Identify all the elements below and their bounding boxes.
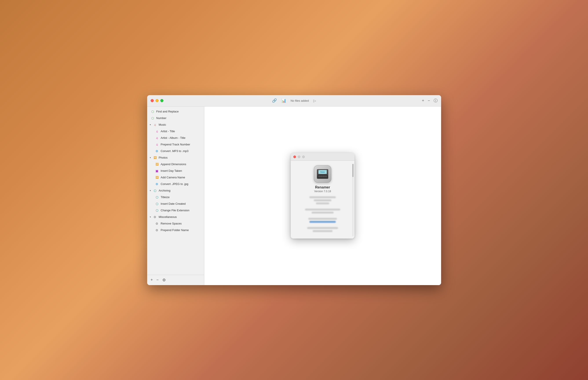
sidebar-remove-button[interactable]: − bbox=[156, 278, 159, 282]
sidebar-item-artist-album-title[interactable]: ♫ Artist - Album - Title bbox=[147, 135, 204, 141]
sidebar-item-insert-day-taken[interactable]: ▣ Insert Day Taken bbox=[147, 168, 204, 174]
key-3 bbox=[321, 175, 322, 177]
add-button[interactable]: + bbox=[422, 98, 424, 103]
sidebar-label-number: Number bbox=[156, 116, 166, 120]
about-close-button[interactable] bbox=[293, 155, 296, 158]
collapse-arrow-music: ▾ bbox=[150, 123, 151, 126]
blurred-line-8 bbox=[313, 230, 332, 232]
minimize-button[interactable] bbox=[156, 99, 159, 102]
about-app-name: Renamer bbox=[295, 185, 350, 189]
app-icon: Rename bbox=[314, 165, 331, 183]
titlebar: 🔗 📊 No files added ▷ + − ⓘ bbox=[147, 95, 441, 107]
sidebar-label-artist-title: Artist - Title bbox=[161, 130, 175, 133]
sidebar-item-convert-mp3[interactable]: ⚙ Convert .MP3 to .mp3 bbox=[147, 148, 204, 154]
collapse-arrow-archiving: ▾ bbox=[150, 189, 151, 192]
about-app-version: Version 7.0.18 bbox=[295, 190, 350, 193]
sidebar-item-remove-spaces[interactable]: ⚙ Remove Spaces bbox=[147, 220, 204, 227]
sidebar-label-convert-jpeg: Convert .JPEG to .jpg bbox=[161, 182, 188, 186]
sidebar-toolbar: + − ⚙ bbox=[147, 275, 204, 285]
about-content: Rename bbox=[291, 161, 354, 239]
key-6 bbox=[324, 175, 326, 177]
sidebar-label-convert-mp3: Convert .MP3 to .mp3 bbox=[161, 149, 188, 153]
titlebar-center: 🔗 📊 No files added ▷ bbox=[204, 98, 384, 103]
main-window: 🔗 📊 No files added ▷ + − ⓘ ⬡ Find and Re… bbox=[147, 95, 441, 285]
photo-icon: 🖼 bbox=[153, 156, 157, 160]
sidebar-add-button[interactable]: + bbox=[151, 278, 153, 282]
titlebar-right: + − ⓘ bbox=[384, 98, 441, 103]
sidebar-item-artist-title[interactable]: ♫ Artist - Title bbox=[147, 128, 204, 135]
photo-orange-icon-2: 🖼 bbox=[155, 175, 159, 179]
photo-orange-icon: 🖼 bbox=[155, 162, 159, 166]
info-button[interactable]: ⓘ bbox=[434, 98, 438, 103]
blurred-line-1 bbox=[309, 196, 336, 198]
key-5 bbox=[323, 175, 324, 177]
scrollbar-thumb[interactable] bbox=[352, 164, 354, 177]
music-icon: ♫ bbox=[153, 123, 157, 127]
cube-teal-icon-3: ⬡ bbox=[155, 202, 159, 206]
gear-blue-icon-2: ⚙ bbox=[155, 182, 159, 186]
blurred-line-3 bbox=[316, 203, 329, 204]
sidebar-item-find-replace[interactable]: ⬡ Find and Replace bbox=[147, 108, 204, 115]
scrollbar-track bbox=[352, 164, 354, 236]
sidebar-category-archiving[interactable]: ▾ ⬡ Archiving bbox=[147, 187, 204, 194]
sidebar-label-music: Music bbox=[159, 123, 166, 126]
sidebar-category-miscellaneous[interactable]: ▾ ⚙ Miscellaneous bbox=[147, 214, 204, 220]
sidebar-item-add-camera-name[interactable]: 🖼 Add Camera Name bbox=[147, 174, 204, 181]
link-icon: 🔗 bbox=[272, 98, 277, 103]
sidebar-item-insert-date-created[interactable]: ⬡ Insert Date Created bbox=[147, 201, 204, 207]
remove-button[interactable]: − bbox=[428, 98, 430, 103]
about-dialog: Rename bbox=[291, 153, 354, 239]
key-7 bbox=[326, 175, 327, 177]
about-maximize-button[interactable] bbox=[302, 155, 305, 158]
sidebar-label-archiving: Archiving bbox=[159, 189, 170, 192]
traffic-lights bbox=[147, 99, 204, 102]
main-area: Rename bbox=[204, 107, 441, 285]
photo-purple-icon: ▣ bbox=[155, 169, 159, 173]
sidebar-category-photos[interactable]: ▾ 🖼 Photos bbox=[147, 154, 204, 161]
about-scrollbar[interactable] bbox=[352, 164, 354, 236]
gear-gray-icon-3: ⚙ bbox=[155, 228, 159, 232]
music-pink-icon-2: ♫ bbox=[155, 136, 159, 140]
sidebar-label-artist-album-title: Artist - Album - Title bbox=[161, 136, 186, 139]
typewriter-screen: Rename bbox=[318, 170, 327, 174]
sidebar-label-insert-day-taken: Insert Day Taken bbox=[161, 169, 182, 172]
sidebar-item-number[interactable]: ⬡ Number bbox=[147, 115, 204, 121]
cube-green-icon-2: ⬡ bbox=[151, 116, 155, 120]
sidebar-label-change-file-extension: Change File Extension bbox=[161, 209, 190, 212]
collapse-arrow-photos: ▾ bbox=[150, 156, 151, 159]
sidebar-item-prepend-track[interactable]: ♫ Prepend Track Number bbox=[147, 141, 204, 148]
about-titlebar bbox=[291, 153, 354, 161]
play-button[interactable]: ▷ bbox=[313, 99, 316, 103]
sidebar-items: ⬡ Find and Replace ⬡ Number ▾ ♫ Music ♫ bbox=[147, 107, 204, 275]
key-1 bbox=[318, 175, 320, 177]
sidebar-item-append-dimensions[interactable]: 🖼 Append Dimensions bbox=[147, 161, 204, 168]
typewriter-screen-text: Rename bbox=[320, 171, 324, 173]
sidebar-label-add-camera-name: Add Camera Name bbox=[161, 176, 185, 179]
stats-icon: 📊 bbox=[281, 98, 286, 103]
key-2 bbox=[320, 175, 321, 177]
sidebar-settings-button[interactable]: ⚙ bbox=[162, 278, 166, 283]
typewriter-body: Rename bbox=[317, 169, 328, 179]
maximize-button[interactable] bbox=[160, 99, 163, 102]
gear-gray-icon-2: ⚙ bbox=[155, 222, 159, 226]
key-4 bbox=[322, 175, 323, 177]
sidebar-category-music[interactable]: ▾ ♫ Music bbox=[147, 121, 204, 128]
sidebar-item-convert-jpeg[interactable]: ⚙ Convert .JPEG to .jpg bbox=[147, 181, 204, 187]
status-text: No files added bbox=[290, 99, 309, 102]
about-minimize-button[interactable] bbox=[298, 155, 300, 158]
close-button[interactable] bbox=[151, 99, 154, 102]
blurred-link[interactable] bbox=[309, 221, 336, 223]
gear-blue-icon: ⚙ bbox=[155, 149, 159, 153]
sidebar-label-insert-date-created: Insert Date Created bbox=[161, 202, 186, 205]
sidebar-label-find-replace: Find and Replace bbox=[156, 110, 179, 113]
music-pink-icon: ♫ bbox=[155, 129, 159, 133]
main-content: ⬡ Find and Replace ⬡ Number ▾ ♫ Music ♫ bbox=[147, 107, 441, 285]
blurred-line-5 bbox=[312, 212, 334, 213]
cube-green-icon: ⬡ bbox=[151, 110, 155, 114]
sidebar-item-prepend-folder-name[interactable]: ⚙ Prepend Folder Name bbox=[147, 227, 204, 233]
sidebar-item-titleize[interactable]: ⬡ Titleize bbox=[147, 194, 204, 201]
cube-teal-icon-2: ⬡ bbox=[155, 195, 159, 199]
cube-teal-icon: ⬡ bbox=[153, 189, 157, 193]
sidebar-item-change-file-extension[interactable]: ⬡ Change File Extension bbox=[147, 207, 204, 214]
blurred-line-7 bbox=[307, 227, 338, 229]
